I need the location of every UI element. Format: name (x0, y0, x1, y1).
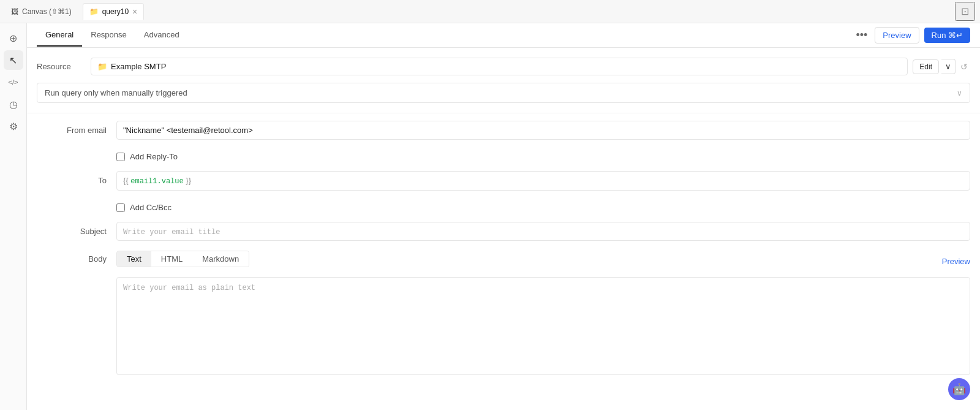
canvas-label: Canvas (⇧⌘1) (22, 7, 72, 16)
bracket-open: {{ (123, 176, 130, 185)
run-button[interactable]: Run ⌘↵ (924, 28, 970, 43)
resource-bar: Resource 📁 Example SMTP Edit ∨ ↺ (27, 58, 980, 83)
close-tab-button[interactable]: × (132, 7, 137, 16)
add-cc-bcc-checkbox-row: Add Cc/Bcc (116, 200, 172, 214)
to-value: email1.value (130, 177, 183, 186)
resource-icon: 📁 (97, 62, 107, 71)
bracket-close: }} (184, 176, 191, 185)
trigger-bar[interactable]: Run query only when manually triggered ∨ (37, 83, 970, 103)
run-label: Run ⌘↵ (932, 31, 963, 40)
from-email-field (116, 121, 970, 140)
subject-label: Subject (37, 222, 116, 236)
main-layout: ⊕ ↖ </> ◷ ⚙ General Response Advanced ••… (0, 23, 980, 410)
add-cc-bcc-row: Add Cc/Bcc (116, 200, 970, 214)
edit-button[interactable]: Edit (913, 59, 939, 74)
sidebar-icon-cursor[interactable]: ↖ (4, 50, 23, 70)
canvas-icon: 🖼 (11, 7, 18, 16)
to-row: To {{ email1.value }} (37, 171, 970, 191)
sidebar: ⊕ ↖ </> ◷ ⚙ (0, 23, 27, 410)
sidebar-icon-code[interactable]: </> (4, 72, 23, 92)
form-fields: From email Add Reply-To To (27, 121, 980, 377)
tab-advanced[interactable]: Advanced (135, 24, 188, 47)
resource-label: Resource (37, 62, 86, 71)
to-input[interactable]: {{ email1.value }} (116, 171, 970, 191)
to-field: {{ email1.value }} (116, 171, 970, 191)
preview-button[interactable]: Preview (875, 27, 919, 44)
tab-bar-left: 🖼 Canvas (⇧⌘1) 📁 query10 × (5, 3, 144, 20)
sidebar-icon-add[interactable]: ⊕ (4, 28, 23, 48)
add-cc-bcc-checkbox[interactable] (116, 203, 125, 212)
chat-icon[interactable]: 🤖 (948, 378, 970, 400)
trigger-chevron-icon: ∨ (957, 89, 962, 97)
body-textarea[interactable] (116, 277, 970, 375)
body-tab-text[interactable]: Text (117, 251, 151, 267)
add-reply-to-checkbox[interactable] (116, 153, 125, 161)
form-area: Resource 📁 Example SMTP Edit ∨ ↺ Run que… (27, 48, 980, 410)
resource-selector[interactable]: 📁 Example SMTP (91, 58, 908, 75)
tab-general[interactable]: General (37, 24, 82, 47)
body-row: Body Text HTML Markdown Preview (37, 251, 970, 377)
body-tabs: Text HTML Markdown (116, 251, 249, 267)
sidebar-icon-history[interactable]: ◷ (4, 94, 23, 114)
to-label: To (37, 171, 116, 185)
add-cc-bcc-label: Add Cc/Bcc (130, 203, 172, 212)
tab-bar: 🖼 Canvas (⇧⌘1) 📁 query10 × ⊡ (0, 0, 980, 23)
query-icon: 📁 (89, 7, 99, 16)
tab-canvas[interactable]: 🖼 Canvas (⇧⌘1) (5, 4, 78, 20)
body-tab-markdown[interactable]: Markdown (192, 251, 249, 267)
add-reply-to-row: Add Reply-To (116, 150, 970, 164)
tab-query[interactable]: 📁 query10 × (83, 3, 145, 20)
trigger-text: Run query only when manually triggered (45, 88, 957, 97)
resource-chevron-button[interactable]: ∨ (941, 59, 956, 74)
query-label: query10 (102, 7, 129, 16)
body-field: Text HTML Markdown Preview (116, 251, 970, 377)
chat-glyph: 🤖 (952, 382, 966, 396)
refresh-button[interactable]: ↺ (958, 59, 970, 74)
sub-tabs: General Response Advanced ••• Preview Ru… (27, 23, 980, 48)
from-email-row: From email (37, 121, 970, 140)
add-reply-to-checkbox-row: Add Reply-To (116, 150, 178, 164)
content-area: General Response Advanced ••• Preview Ru… (27, 23, 980, 410)
subject-field (116, 222, 970, 241)
from-email-input[interactable] (116, 121, 970, 140)
collapse-button[interactable]: ⊡ (955, 2, 975, 21)
sub-tab-actions: ••• Preview Run ⌘↵ (853, 26, 970, 44)
sidebar-icon-settings[interactable]: ⚙ (4, 116, 23, 136)
divider (27, 113, 980, 113)
from-email-label: From email (37, 121, 116, 135)
body-preview-button[interactable]: Preview (942, 254, 970, 268)
add-reply-to-label: Add Reply-To (130, 152, 178, 161)
body-tab-html[interactable]: HTML (151, 251, 192, 267)
more-button[interactable]: ••• (853, 26, 870, 44)
subject-row: Subject (37, 222, 970, 241)
resource-actions: Edit ∨ ↺ (913, 59, 970, 74)
subject-input[interactable] (116, 222, 970, 241)
body-header: Text HTML Markdown Preview (116, 251, 970, 272)
tab-response[interactable]: Response (82, 24, 135, 47)
resource-name: Example SMTP (111, 62, 901, 71)
body-label: Body (37, 251, 116, 264)
